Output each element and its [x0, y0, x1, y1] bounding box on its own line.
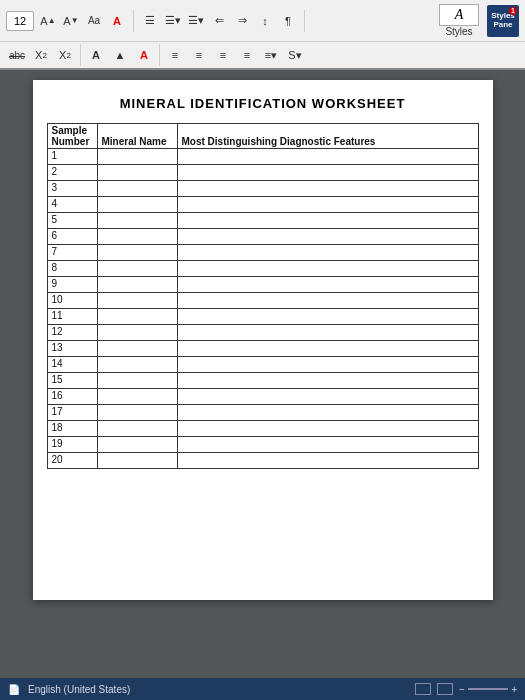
- divider-2: [304, 10, 305, 32]
- table-row: 1: [47, 149, 478, 165]
- cell-sample-num: 1: [47, 149, 97, 165]
- table-row: 4: [47, 197, 478, 213]
- cell-sample-num: 15: [47, 373, 97, 389]
- page: MINERAL IDENTIFICATION WORKSHEET SampleN…: [33, 80, 493, 600]
- cell-mineral-name: [97, 357, 177, 373]
- styles-area: A Styles StylesPane 1: [439, 4, 519, 37]
- zoom-in-icon[interactable]: +: [511, 684, 517, 695]
- table-row: 12: [47, 325, 478, 341]
- cell-mineral-name: [97, 373, 177, 389]
- table-row: 5: [47, 213, 478, 229]
- cell-sample-num: 3: [47, 181, 97, 197]
- cell-sample-num: 6: [47, 229, 97, 245]
- divider-3: [80, 44, 81, 66]
- justify-btn[interactable]: ≡: [236, 45, 258, 65]
- status-left: 📄 English (United States): [8, 684, 130, 695]
- change-case-btn[interactable]: Aa: [83, 11, 105, 31]
- highlight-color-btn[interactable]: ▲: [109, 45, 131, 65]
- cell-features: [177, 213, 478, 229]
- cell-mineral-name: [97, 421, 177, 437]
- cell-mineral-name: [97, 405, 177, 421]
- ribbon-row2: abc X2 X2 A ▲ A ≡ ≡ ≡ ≡ ≡▾ S▾: [0, 42, 525, 70]
- font-shrink-btn[interactable]: A▼: [60, 11, 82, 31]
- cell-mineral-name: [97, 309, 177, 325]
- col-header-sample: SampleNumber: [47, 124, 97, 149]
- cell-mineral-name: [97, 293, 177, 309]
- font-color-picker-btn[interactable]: A: [85, 45, 107, 65]
- subscript-btn[interactable]: X2: [30, 45, 52, 65]
- cell-features: [177, 341, 478, 357]
- cell-sample-num: 4: [47, 197, 97, 213]
- notification-badge: 1: [509, 7, 517, 15]
- cell-features: [177, 309, 478, 325]
- cell-features: [177, 261, 478, 277]
- table-row: 2: [47, 165, 478, 181]
- clear-format-btn[interactable]: A: [106, 11, 128, 31]
- divider-4: [159, 44, 160, 66]
- zoom-out-icon[interactable]: −: [459, 684, 465, 695]
- cell-sample-num: 8: [47, 261, 97, 277]
- table-row: 16: [47, 389, 478, 405]
- table-header-row: SampleNumber Mineral Name Most Distingui…: [47, 124, 478, 149]
- cell-features: [177, 293, 478, 309]
- bullets-btn[interactable]: ☰: [139, 11, 161, 31]
- styles-box[interactable]: A: [439, 4, 479, 26]
- cell-sample-num: 16: [47, 389, 97, 405]
- font-size-input[interactable]: 12: [6, 11, 34, 31]
- line-spacing-btn[interactable]: ≡▾: [260, 45, 282, 65]
- align-center-btn[interactable]: ≡: [188, 45, 210, 65]
- cell-sample-num: 20: [47, 453, 97, 469]
- cell-sample-num: 9: [47, 277, 97, 293]
- table-row: 15: [47, 373, 478, 389]
- superscript-btn[interactable]: X2: [54, 45, 76, 65]
- ribbon-row1: 12 A▲ A▼ Aa A ☰ ☰▾ ☰▾ ⇐ ⇒ ↕ ¶ A Styles S…: [0, 0, 525, 42]
- font-grow-btn[interactable]: A▲: [37, 11, 59, 31]
- status-bar: 📄 English (United States) − +: [0, 678, 525, 700]
- paragraph-group: ☰ ☰▾ ☰▾ ⇐ ⇒ ↕ ¶: [139, 11, 299, 31]
- cell-features: [177, 389, 478, 405]
- numbering-btn[interactable]: ☰▾: [162, 11, 184, 31]
- cell-features: [177, 421, 478, 437]
- language-label: English (United States): [28, 684, 130, 695]
- cell-features: [177, 165, 478, 181]
- multilevel-btn[interactable]: ☰▾: [185, 11, 207, 31]
- cell-sample-num: 5: [47, 213, 97, 229]
- show-marks-btn[interactable]: ¶: [277, 11, 299, 31]
- styles-pane-button[interactable]: StylesPane 1: [483, 5, 519, 37]
- increase-indent-btn[interactable]: ⇒: [231, 11, 253, 31]
- zoom-slider[interactable]: [468, 688, 508, 690]
- cell-features: [177, 181, 478, 197]
- cell-mineral-name: [97, 261, 177, 277]
- cell-mineral-name: [97, 197, 177, 213]
- border-btn[interactable]: S▾: [284, 45, 306, 65]
- cell-mineral-name: [97, 165, 177, 181]
- shading-btn[interactable]: A: [133, 45, 155, 65]
- cell-mineral-name: [97, 437, 177, 453]
- col-header-features: Most Distinguishing Diagnostic Features: [177, 124, 478, 149]
- layout-icon-1[interactable]: [415, 683, 431, 695]
- decrease-indent-btn[interactable]: ⇐: [208, 11, 230, 31]
- align-left-btn[interactable]: ≡: [164, 45, 186, 65]
- cell-features: [177, 405, 478, 421]
- cell-sample-num: 12: [47, 325, 97, 341]
- font-format-group: A▲ A▼ Aa A: [37, 11, 128, 31]
- cell-mineral-name: [97, 181, 177, 197]
- align-right-btn[interactable]: ≡: [212, 45, 234, 65]
- cell-sample-num: 18: [47, 421, 97, 437]
- styles-label: Styles: [445, 26, 472, 37]
- cell-features: [177, 453, 478, 469]
- layout-icon-2[interactable]: [437, 683, 453, 695]
- strikethrough-btn[interactable]: abc: [6, 45, 28, 65]
- cell-sample-num: 11: [47, 309, 97, 325]
- table-row: 20: [47, 453, 478, 469]
- page-icon: 📄: [8, 684, 20, 695]
- table-row: 9: [47, 277, 478, 293]
- cell-sample-num: 10: [47, 293, 97, 309]
- cell-features: [177, 357, 478, 373]
- sort-btn[interactable]: ↕: [254, 11, 276, 31]
- status-right: − +: [415, 683, 517, 695]
- cell-features: [177, 197, 478, 213]
- cell-mineral-name: [97, 149, 177, 165]
- cell-features: [177, 245, 478, 261]
- zoom-control[interactable]: − +: [459, 684, 517, 695]
